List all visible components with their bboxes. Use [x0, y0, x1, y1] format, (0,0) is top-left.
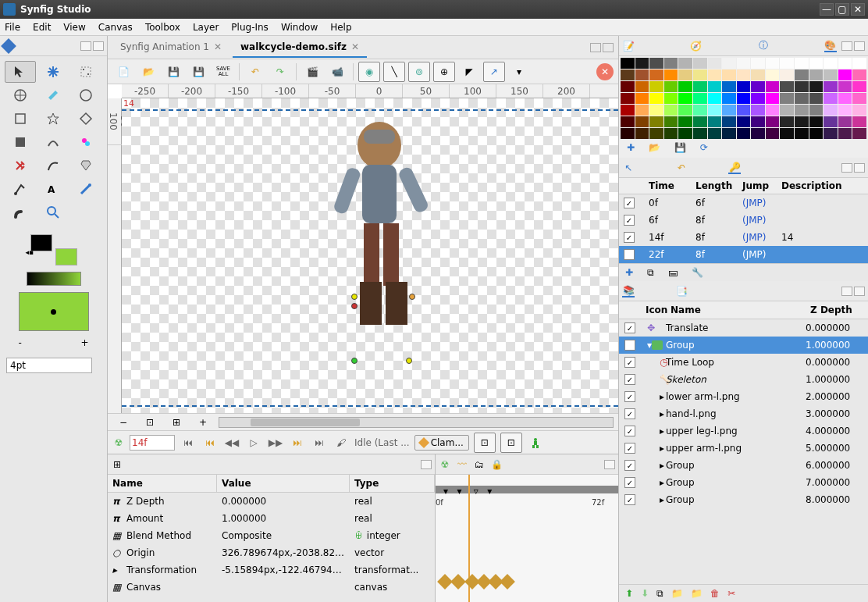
palette-swatch[interactable]: [664, 128, 678, 139]
palette-swatch[interactable]: [635, 58, 649, 69]
tool-rectangle[interactable]: [5, 108, 36, 130]
close-tab-icon[interactable]: ✕: [351, 41, 359, 52]
palette-swatch[interactable]: [708, 128, 722, 139]
layer-row[interactable]: ✓▸upper leg-l.png4.000000: [619, 422, 868, 440]
palette-swatch[interactable]: [809, 58, 824, 69]
palette-swatch[interactable]: [678, 105, 692, 116]
palette-swatch[interactable]: [621, 116, 635, 127]
kf-props-icon[interactable]: 🔧: [692, 267, 703, 278]
palette-swatch[interactable]: [722, 105, 736, 116]
palette-swatch[interactable]: [780, 58, 794, 69]
palette-swatch[interactable]: [809, 81, 824, 92]
tab-doc-1[interactable]: Synfig Animation 1✕: [112, 37, 229, 58]
palette-swatch[interactable]: [737, 69, 751, 80]
zoom-in-button[interactable]: +: [192, 412, 214, 433]
keyframe-tab-icon[interactable]: 🔑: [728, 162, 741, 174]
layer-down-icon[interactable]: ⬇: [641, 588, 649, 599]
pointer-icon[interactable]: ↖: [622, 162, 635, 174]
snap-icon[interactable]: ⊚: [408, 62, 430, 82]
palette-swatch[interactable]: [751, 128, 765, 139]
palette-save-icon[interactable]: 💾: [674, 142, 686, 153]
timeline-curves-icon[interactable]: 〰: [456, 458, 468, 471]
palette-swatch[interactable]: [809, 93, 824, 104]
palette-swatch[interactable]: [824, 81, 838, 92]
param-row[interactable]: ○Origin326.789674px,-2038.825...vector: [108, 544, 435, 561]
palette-swatch[interactable]: [838, 128, 852, 139]
palette-swatch[interactable]: [664, 116, 678, 127]
tool-draw[interactable]: [5, 178, 36, 200]
menu-window[interactable]: Window: [281, 22, 318, 33]
tool-gradient[interactable]: [70, 131, 101, 153]
palette-swatch[interactable]: [809, 116, 824, 127]
size-minus[interactable]: -: [19, 337, 22, 348]
palette-swatch[interactable]: [737, 93, 751, 104]
param-row[interactable]: πAmount1.000000real: [108, 510, 435, 527]
tool-fill[interactable]: [5, 131, 36, 153]
palette-swatch[interactable]: [824, 128, 838, 139]
palette-swatch[interactable]: [852, 58, 866, 69]
param-row[interactable]: ▦Canvascanvas: [108, 579, 435, 596]
palette-swatch[interactable]: [664, 81, 678, 92]
save-icon[interactable]: 💾: [162, 62, 184, 82]
palette-swatch[interactable]: [635, 81, 649, 92]
timeline-lane[interactable]: 0f 72f ▾ ▾ ▿ ▾: [436, 475, 618, 602]
time-input[interactable]: [130, 435, 175, 451]
onion-prev-icon[interactable]: ◉: [358, 62, 380, 82]
palette-swatch[interactable]: [664, 58, 678, 69]
render-icon[interactable]: 🎬: [301, 62, 323, 82]
palette-swatch[interactable]: [809, 105, 824, 116]
palette-swatch[interactable]: [664, 93, 678, 104]
tool-circle[interactable]: [70, 84, 101, 106]
menu-file[interactable]: File: [5, 22, 20, 33]
palette-swatch[interactable]: [838, 81, 852, 92]
zoom-100-button[interactable]: ⊡: [139, 412, 161, 433]
palette-swatch[interactable]: [852, 93, 866, 104]
library-tab-icon[interactable]: 📑: [675, 285, 688, 297]
palette-swatch[interactable]: [838, 69, 852, 80]
handle-red[interactable]: [351, 303, 358, 309]
layer-del-icon[interactable]: 🗑: [710, 588, 720, 599]
palette-swatch[interactable]: [852, 116, 866, 127]
timeline-info-icon[interactable]: 🔒: [490, 458, 503, 471]
layer-group-icon[interactable]: ⧉: [656, 588, 663, 599]
dropdown-arrow-icon[interactable]: ▾: [508, 62, 530, 82]
palette-swatch[interactable]: [795, 116, 809, 127]
layer-row[interactable]: ✓▸Group7.000000: [619, 474, 868, 491]
color-swatches[interactable]: ◂▪: [30, 234, 77, 265]
palette-swatch[interactable]: [737, 81, 751, 92]
layer-row[interactable]: ✓▸Group6.000000: [619, 457, 868, 474]
palette-swatch[interactable]: [635, 116, 649, 127]
palette-swatch[interactable]: [693, 58, 707, 69]
palette-swatch[interactable]: [766, 81, 780, 92]
layers-tab-icon[interactable]: 📚: [622, 285, 635, 297]
kf-add-icon[interactable]: ✚: [625, 267, 633, 278]
canvas-close-button[interactable]: ✕: [596, 63, 614, 80]
goto-end-icon[interactable]: ⏭: [311, 434, 328, 451]
palette-swatch[interactable]: [708, 105, 722, 116]
tool-scale[interactable]: [70, 61, 101, 83]
palette-swatch[interactable]: [795, 81, 809, 92]
gradient-preview[interactable]: [27, 272, 81, 286]
param-row[interactable]: πZ Depth0.000000real: [108, 493, 435, 510]
tool-rotate[interactable]: [5, 84, 36, 106]
layer-row[interactable]: ✓✥Translate0.000000: [619, 319, 868, 337]
canvas-viewport[interactable]: -250-200-150-100-50050100150200 100500-5…: [108, 84, 618, 413]
tool-brush[interactable]: [5, 201, 36, 223]
play-icon[interactable]: ▷: [245, 434, 262, 451]
palette-swatch[interactable]: [824, 105, 838, 116]
palette-swatch[interactable]: [693, 81, 707, 92]
palette-swatch[interactable]: [722, 58, 736, 69]
mode-toggle-1[interactable]: ⊡: [474, 433, 496, 453]
onion-next-icon[interactable]: ╲: [383, 62, 405, 82]
palette-swatch[interactable]: [751, 69, 765, 80]
palette-tab-icon[interactable]: 🎨: [824, 40, 837, 52]
palette-swatch[interactable]: [678, 93, 692, 104]
palette-swatch[interactable]: [649, 58, 663, 69]
palette-swatch[interactable]: [693, 128, 707, 139]
tool-transform[interactable]: [5, 61, 36, 83]
palette-swatch[interactable]: [693, 116, 707, 127]
notes-tab-icon[interactable]: 📝: [622, 40, 635, 52]
menu-edit[interactable]: Edit: [33, 22, 51, 33]
palette-refresh-icon[interactable]: ⟳: [700, 142, 708, 153]
radiation-icon[interactable]: ☢: [112, 436, 125, 449]
